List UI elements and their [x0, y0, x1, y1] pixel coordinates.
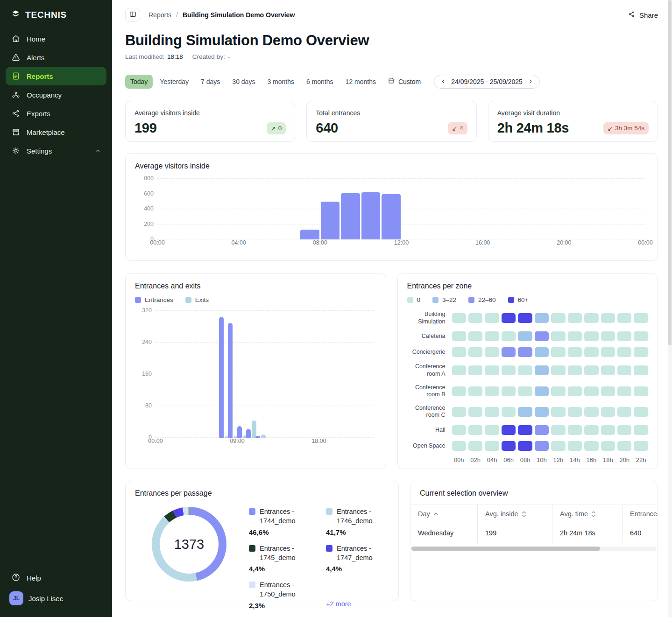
sidebar-item-alerts[interactable]: Alerts [6, 48, 106, 67]
column-header-avg-time[interactable]: Avg. time [552, 505, 622, 523]
avatar: JL [9, 591, 23, 605]
passage-percent: 4,4% [249, 565, 312, 573]
heatmap-cell [485, 365, 499, 375]
heatmap-cell [617, 386, 631, 396]
filter-3-months[interactable]: 3 months [262, 75, 299, 89]
heatmap-cell [634, 407, 648, 417]
visitors-inside-plot: 0200400600800 [157, 179, 645, 239]
sidebar-item-home[interactable]: Home [6, 29, 106, 48]
help-icon [11, 573, 21, 583]
heatmap-cell [468, 386, 482, 396]
heatmap-cell [452, 407, 466, 417]
filter-6-months[interactable]: 6 months [301, 75, 339, 89]
chevron-right-icon[interactable] [527, 78, 533, 84]
visitors-bar [300, 230, 319, 239]
heatmap-cell [584, 347, 598, 357]
heatmap-cell [502, 365, 516, 375]
heatmap-cell [634, 441, 648, 451]
entrances-bar [228, 323, 233, 438]
filter-yesterday[interactable]: Yesterday [155, 75, 194, 89]
passage-legend-item: Entrances - 1744_demo46,6% [249, 507, 312, 536]
heatmap-cell [584, 313, 598, 323]
filter-30-days[interactable]: 30 days [227, 75, 260, 89]
kpi-delta-value: 0 [278, 125, 282, 132]
heatmap-cell [617, 347, 631, 357]
created-by-value: - [228, 53, 230, 60]
passage-legend-item: Entrances - 1750_demo2,3% [249, 580, 312, 610]
heatmap-cell [634, 365, 648, 375]
passage-legend-item: Entrances - 1747_demo4,4% [326, 544, 389, 573]
heatmap-cell [502, 386, 516, 396]
top-bar: Reports / Building Simulation Demo Overv… [125, 7, 658, 22]
alert-icon [11, 53, 21, 62]
share-icon [628, 10, 636, 20]
table-row: Wednesday1992h 24m 18s640 [410, 523, 658, 543]
y-axis-label: 200 [136, 221, 154, 227]
passage-legend-item: Entrances - 1746_demo41,7% [326, 507, 389, 536]
zone-cells [452, 347, 649, 357]
chevron-left-icon[interactable] [440, 78, 446, 84]
table-scrollbar-thumb[interactable] [411, 547, 600, 551]
x-axis-label: 04:00 [232, 239, 246, 246]
show-more-link[interactable]: +2 more [326, 600, 389, 608]
heatmap-cell [535, 365, 549, 375]
column-header-entrances[interactable]: Entrances [622, 505, 658, 523]
gridline [157, 209, 645, 209]
zone-heatmap-grid: Building SimulationCafeteriaConciergerie… [407, 311, 649, 451]
heatmap-hour-label: 08h [518, 456, 532, 463]
sidebar-item-marketplace[interactable]: Marketplace [6, 123, 106, 141]
y-axis-label: 80 [134, 402, 152, 409]
heatmap-cell [601, 313, 615, 323]
gridline [157, 224, 645, 224]
column-header-day[interactable]: Day [410, 505, 477, 523]
date-range-picker[interactable]: 24/09/2025 - 25/09/2025 [434, 75, 540, 89]
heatmap-hour-label: 16h [584, 456, 598, 463]
sidebar-item-settings[interactable]: Settings [6, 141, 106, 160]
custom-range-button[interactable]: Custom [383, 74, 425, 89]
home-icon [11, 34, 21, 43]
table-cell: 640 [622, 523, 658, 543]
zone-label: Conference room B [407, 384, 452, 399]
legend-swatch [249, 508, 255, 515]
legend-item-22-60: 22–60 [468, 296, 496, 303]
filter-today[interactable]: Today [125, 75, 153, 89]
sidebar-item-reports[interactable]: Reports [6, 67, 106, 85]
filter-12-months[interactable]: 12 months [340, 75, 381, 89]
heatmap-hour-label: 10h [535, 456, 549, 463]
passage-legend-item: Entrances - 1745_demo4,4% [249, 544, 312, 573]
last-modified-label: Last modified: [125, 53, 164, 60]
filter-7-days[interactable]: 7 days [196, 75, 225, 89]
date-filter-row: TodayYesterday7 days30 days3 months6 mon… [125, 74, 658, 89]
heatmap-cell [584, 386, 598, 396]
kpi-title: Average visitors inside [134, 109, 286, 117]
heatmap-hour-label: 14h [568, 456, 582, 463]
user-menu[interactable]: JL Josip Lisec [6, 588, 106, 609]
heatmap-cell [584, 425, 598, 435]
heatmap-cell [634, 347, 648, 357]
table-cell: 2h 24m 18s [552, 523, 622, 543]
x-axis-label: 12:00 [394, 239, 409, 246]
zone-cells [452, 313, 649, 323]
sidebar-toggle-button[interactable] [125, 8, 140, 22]
kpi-value: 640 [316, 120, 338, 136]
heatmap-hour-label: 20h [617, 456, 631, 463]
share-button[interactable]: Share [628, 10, 658, 20]
breadcrumb-reports[interactable]: Reports [149, 11, 171, 19]
table-body: Wednesday1992h 24m 18s640 [410, 523, 658, 543]
heatmap-cell [518, 313, 532, 323]
legend-label: 22–60 [478, 296, 496, 303]
heatmap-cell [551, 331, 565, 341]
sidebar-item-occupancy[interactable]: Occupancy [6, 85, 106, 104]
sidebar-item-help[interactable]: Help [6, 568, 106, 587]
sidebar-item-label: Alerts [27, 54, 44, 62]
column-header-avg-inside[interactable]: Avg. inside [477, 505, 552, 523]
heatmap-cell [601, 347, 615, 357]
kpi-delta-value: 3h 3m 54s [615, 125, 644, 132]
heatmap-cell [551, 313, 565, 323]
passage-percent: 2,3% [249, 602, 312, 610]
heatmap-cell [617, 441, 631, 451]
page-scrollbar-thumb[interactable] [668, 0, 672, 345]
breadcrumb: Reports / Building Simulation Demo Overv… [149, 11, 295, 19]
heatmap-cell [518, 441, 532, 451]
sidebar-item-exports[interactable]: Exports [6, 104, 106, 123]
